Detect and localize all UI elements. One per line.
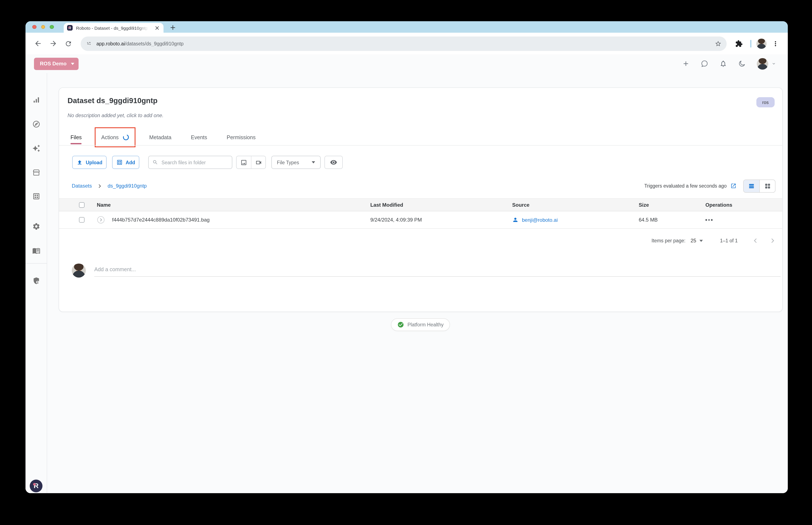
zoom-window-button[interactable]: [50, 25, 54, 29]
tab-events[interactable]: Events: [191, 130, 207, 144]
bar-chart-icon[interactable]: [32, 96, 40, 104]
user-avatar[interactable]: [757, 58, 768, 70]
file-name[interactable]: f444b757d7e2444c889da10f02b73491.bag: [112, 217, 210, 223]
file-size: 64.5 MB: [639, 217, 658, 223]
file-types-label: File Types: [277, 160, 299, 165]
files-toolbar: Upload Add: [72, 156, 343, 169]
admin-shield-icon[interactable]: [32, 277, 40, 285]
tab-close-icon[interactable]: [154, 25, 160, 31]
row-operations-menu-icon[interactable]: [705, 219, 712, 221]
chevron-down-icon: [772, 62, 776, 66]
file-types-select[interactable]: File Types: [271, 156, 321, 169]
notifications-bell-icon[interactable]: [720, 60, 727, 68]
back-icon[interactable]: [31, 37, 44, 50]
grid-icon[interactable]: [32, 192, 40, 200]
column-name: Name: [97, 202, 110, 208]
grid-view-button[interactable]: [759, 180, 775, 192]
next-page-icon[interactable]: [769, 237, 776, 244]
dataset-tag-chip[interactable]: ros: [756, 97, 774, 107]
user-menu[interactable]: [757, 58, 776, 70]
toolbar-divider: [750, 40, 751, 47]
roboto-app: ROS Demo: [26, 54, 788, 493]
file-modified: 9/24/2024, 4:09:39 PM: [370, 217, 422, 223]
browser-profile-avatar[interactable]: [756, 39, 767, 49]
list-view-icon: [748, 182, 755, 190]
visibility-toggle-button[interactable]: [324, 156, 343, 169]
storefront-icon[interactable]: [32, 168, 40, 177]
file-source-link[interactable]: benji@roboto.ai: [512, 217, 558, 223]
chevron-down-icon: [71, 63, 74, 65]
tab-title: Roboto - Dataset - ds_9ggdi910gntp: [76, 25, 151, 30]
sidenav-divider: [26, 263, 47, 264]
check-circle-icon: [397, 321, 404, 328]
video-filter-icon[interactable]: [251, 156, 265, 168]
dataset-card: Dataset ds_9ggdi910gntp ros No descripti…: [59, 87, 783, 312]
comment-field[interactable]: [94, 264, 781, 277]
browser-menu-icon[interactable]: [769, 37, 782, 50]
add-button[interactable]: Add: [112, 156, 139, 169]
comment-composer: [72, 264, 781, 281]
column-source: Source: [512, 202, 529, 208]
search-input[interactable]: [161, 160, 228, 165]
extensions-icon[interactable]: [733, 37, 745, 50]
expand-row-icon[interactable]: [97, 216, 104, 223]
reload-icon[interactable]: [62, 37, 75, 50]
tab-permissions[interactable]: Permissions: [227, 130, 256, 144]
breadcrumb-row: Datasets ds_9ggdi910gntp Triggers evalua…: [72, 179, 776, 193]
select-all-checkbox[interactable]: [79, 202, 85, 208]
eye-icon: [330, 159, 337, 166]
sparkles-icon[interactable]: [32, 144, 40, 152]
close-window-button[interactable]: [32, 25, 36, 29]
list-view-button[interactable]: [744, 180, 759, 192]
row-checkbox[interactable]: [79, 217, 85, 223]
feedback-chat-icon[interactable]: [701, 60, 708, 68]
docs-book-icon[interactable]: [32, 246, 40, 255]
triggers-status-text: Triggers evaluated a few seconds ago: [644, 183, 727, 189]
per-page-select[interactable]: 25: [691, 238, 703, 244]
roboto-logo: R: [30, 480, 43, 492]
previous-page-icon[interactable]: [752, 237, 759, 244]
compass-icon[interactable]: [32, 120, 40, 128]
file-search[interactable]: [148, 156, 232, 169]
items-per-page-label: Items per page:: [651, 238, 685, 243]
per-page-value: 25: [691, 238, 696, 244]
dark-mode-moon-icon[interactable]: [738, 60, 746, 68]
org-name: ROS Demo: [40, 61, 67, 66]
settings-gear-icon[interactable]: [32, 222, 40, 230]
browser-window: R Roboto - Dataset - ds_9ggdi910gntp: [26, 21, 788, 493]
description-hint[interactable]: No description added yet, click to add o…: [68, 112, 163, 118]
new-tab-button[interactable]: [169, 24, 177, 31]
file-source-email[interactable]: benji@roboto.ai: [522, 217, 558, 223]
triggers-status: Triggers evaluated a few seconds ago: [644, 183, 736, 189]
media-filter-group: [236, 156, 266, 169]
comment-input[interactable]: [94, 264, 781, 272]
tab-actions[interactable]: Actions: [101, 130, 130, 144]
site-info-icon[interactable]: [86, 40, 92, 47]
browser-tab[interactable]: R Roboto - Dataset - ds_9ggdi910gntp: [64, 23, 163, 33]
tab-files[interactable]: Files: [71, 130, 82, 144]
url-bar[interactable]: app.roboto.ai/datasets/ds_9ggdi910gntp: [81, 36, 726, 51]
pagination: Items per page: 25 1–1 of 1: [651, 234, 776, 247]
add-grid-icon: [116, 159, 123, 166]
bookmark-star-icon[interactable]: [714, 40, 721, 47]
create-new-icon[interactable]: [682, 60, 690, 68]
open-in-new-icon[interactable]: [730, 183, 736, 189]
table-row[interactable]: f444b757d7e2444c889da10f02b73491.bag 9/2…: [59, 211, 782, 229]
tab-permissions-label: Permissions: [227, 134, 256, 140]
tab-metadata[interactable]: Metadata: [149, 130, 171, 144]
tab-files-label: Files: [71, 134, 82, 140]
org-switcher-button[interactable]: ROS Demo: [34, 58, 78, 70]
platform-health-badge[interactable]: Platform Healthy: [391, 318, 450, 331]
chevron-right-icon: [97, 183, 103, 189]
upload-button[interactable]: Upload: [72, 156, 107, 169]
image-filter-icon[interactable]: [237, 156, 251, 168]
files-table: Name Last Modified Source Size Operation…: [59, 198, 782, 229]
breadcrumb-current[interactable]: ds_9ggdi910gntp: [108, 183, 147, 189]
forward-icon[interactable]: [47, 37, 59, 50]
breadcrumb-datasets-link[interactable]: Datasets: [72, 183, 92, 189]
tab-actions-label: Actions: [101, 134, 119, 140]
chevron-down-icon: [312, 161, 315, 163]
roboto-favicon: R: [67, 25, 73, 31]
screen: R Roboto - Dataset - ds_9ggdi910gntp: [0, 0, 812, 525]
minimize-window-button[interactable]: [41, 25, 45, 29]
